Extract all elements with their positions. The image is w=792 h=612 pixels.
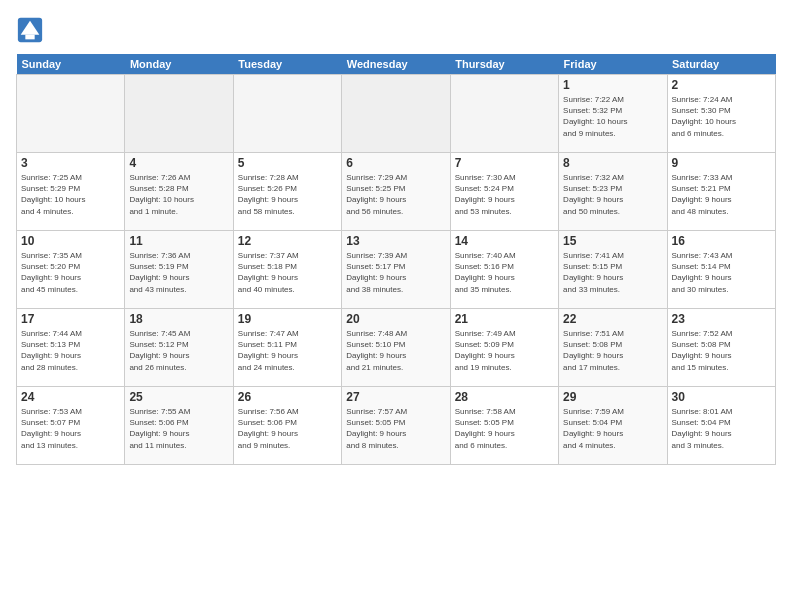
day-info: Sunrise: 7:41 AM Sunset: 5:15 PM Dayligh… (563, 250, 662, 295)
calendar-cell: 29Sunrise: 7:59 AM Sunset: 5:04 PM Dayli… (559, 387, 667, 465)
day-info: Sunrise: 7:59 AM Sunset: 5:04 PM Dayligh… (563, 406, 662, 451)
calendar-cell: 25Sunrise: 7:55 AM Sunset: 5:06 PM Dayli… (125, 387, 233, 465)
day-number: 28 (455, 390, 554, 404)
day-info: Sunrise: 7:58 AM Sunset: 5:05 PM Dayligh… (455, 406, 554, 451)
day-info: Sunrise: 7:25 AM Sunset: 5:29 PM Dayligh… (21, 172, 120, 217)
calendar-cell: 20Sunrise: 7:48 AM Sunset: 5:10 PM Dayli… (342, 309, 450, 387)
day-number: 16 (672, 234, 771, 248)
day-number: 1 (563, 78, 662, 92)
calendar-cell: 17Sunrise: 7:44 AM Sunset: 5:13 PM Dayli… (17, 309, 125, 387)
calendar-cell: 7Sunrise: 7:30 AM Sunset: 5:24 PM Daylig… (450, 153, 558, 231)
calendar-cell: 5Sunrise: 7:28 AM Sunset: 5:26 PM Daylig… (233, 153, 341, 231)
day-number: 10 (21, 234, 120, 248)
calendar-cell (125, 75, 233, 153)
weekday-thursday: Thursday (450, 54, 558, 75)
calendar-cell: 19Sunrise: 7:47 AM Sunset: 5:11 PM Dayli… (233, 309, 341, 387)
calendar-cell: 30Sunrise: 8:01 AM Sunset: 5:04 PM Dayli… (667, 387, 775, 465)
day-number: 12 (238, 234, 337, 248)
day-number: 29 (563, 390, 662, 404)
calendar-cell: 24Sunrise: 7:53 AM Sunset: 5:07 PM Dayli… (17, 387, 125, 465)
calendar-cell: 11Sunrise: 7:36 AM Sunset: 5:19 PM Dayli… (125, 231, 233, 309)
weekday-tuesday: Tuesday (233, 54, 341, 75)
day-info: Sunrise: 7:32 AM Sunset: 5:23 PM Dayligh… (563, 172, 662, 217)
calendar-cell (233, 75, 341, 153)
calendar-cell: 12Sunrise: 7:37 AM Sunset: 5:18 PM Dayli… (233, 231, 341, 309)
day-info: Sunrise: 7:57 AM Sunset: 5:05 PM Dayligh… (346, 406, 445, 451)
day-info: Sunrise: 8:01 AM Sunset: 5:04 PM Dayligh… (672, 406, 771, 451)
logo-icon (16, 16, 44, 44)
day-number: 25 (129, 390, 228, 404)
day-number: 15 (563, 234, 662, 248)
calendar-cell: 27Sunrise: 7:57 AM Sunset: 5:05 PM Dayli… (342, 387, 450, 465)
calendar-cell: 15Sunrise: 7:41 AM Sunset: 5:15 PM Dayli… (559, 231, 667, 309)
day-number: 17 (21, 312, 120, 326)
week-row-3: 17Sunrise: 7:44 AM Sunset: 5:13 PM Dayli… (17, 309, 776, 387)
day-number: 3 (21, 156, 120, 170)
calendar-body: 1Sunrise: 7:22 AM Sunset: 5:32 PM Daylig… (17, 75, 776, 465)
weekday-monday: Monday (125, 54, 233, 75)
day-number: 24 (21, 390, 120, 404)
day-info: Sunrise: 7:44 AM Sunset: 5:13 PM Dayligh… (21, 328, 120, 373)
day-number: 2 (672, 78, 771, 92)
day-number: 18 (129, 312, 228, 326)
calendar-cell: 9Sunrise: 7:33 AM Sunset: 5:21 PM Daylig… (667, 153, 775, 231)
weekday-saturday: Saturday (667, 54, 775, 75)
day-info: Sunrise: 7:40 AM Sunset: 5:16 PM Dayligh… (455, 250, 554, 295)
day-number: 22 (563, 312, 662, 326)
calendar-table: SundayMondayTuesdayWednesdayThursdayFrid… (16, 54, 776, 465)
calendar-cell: 3Sunrise: 7:25 AM Sunset: 5:29 PM Daylig… (17, 153, 125, 231)
day-info: Sunrise: 7:35 AM Sunset: 5:20 PM Dayligh… (21, 250, 120, 295)
day-number: 21 (455, 312, 554, 326)
calendar-cell: 10Sunrise: 7:35 AM Sunset: 5:20 PM Dayli… (17, 231, 125, 309)
calendar-cell: 14Sunrise: 7:40 AM Sunset: 5:16 PM Dayli… (450, 231, 558, 309)
week-row-0: 1Sunrise: 7:22 AM Sunset: 5:32 PM Daylig… (17, 75, 776, 153)
calendar-cell: 8Sunrise: 7:32 AM Sunset: 5:23 PM Daylig… (559, 153, 667, 231)
calendar-cell: 16Sunrise: 7:43 AM Sunset: 5:14 PM Dayli… (667, 231, 775, 309)
calendar-cell (342, 75, 450, 153)
header (16, 16, 776, 44)
calendar-cell: 18Sunrise: 7:45 AM Sunset: 5:12 PM Dayli… (125, 309, 233, 387)
calendar-cell: 28Sunrise: 7:58 AM Sunset: 5:05 PM Dayli… (450, 387, 558, 465)
day-number: 5 (238, 156, 337, 170)
day-number: 20 (346, 312, 445, 326)
day-info: Sunrise: 7:37 AM Sunset: 5:18 PM Dayligh… (238, 250, 337, 295)
day-info: Sunrise: 7:30 AM Sunset: 5:24 PM Dayligh… (455, 172, 554, 217)
day-number: 7 (455, 156, 554, 170)
calendar-cell: 13Sunrise: 7:39 AM Sunset: 5:17 PM Dayli… (342, 231, 450, 309)
day-info: Sunrise: 7:24 AM Sunset: 5:30 PM Dayligh… (672, 94, 771, 139)
calendar-cell: 22Sunrise: 7:51 AM Sunset: 5:08 PM Dayli… (559, 309, 667, 387)
day-number: 6 (346, 156, 445, 170)
day-number: 14 (455, 234, 554, 248)
day-info: Sunrise: 7:39 AM Sunset: 5:17 PM Dayligh… (346, 250, 445, 295)
day-number: 26 (238, 390, 337, 404)
day-number: 27 (346, 390, 445, 404)
logo (16, 16, 46, 44)
day-number: 8 (563, 156, 662, 170)
page: SundayMondayTuesdayWednesdayThursdayFrid… (0, 0, 792, 612)
calendar-cell: 1Sunrise: 7:22 AM Sunset: 5:32 PM Daylig… (559, 75, 667, 153)
day-number: 30 (672, 390, 771, 404)
calendar-cell: 4Sunrise: 7:26 AM Sunset: 5:28 PM Daylig… (125, 153, 233, 231)
svg-rect-2 (25, 35, 34, 40)
day-info: Sunrise: 7:55 AM Sunset: 5:06 PM Dayligh… (129, 406, 228, 451)
day-info: Sunrise: 7:29 AM Sunset: 5:25 PM Dayligh… (346, 172, 445, 217)
day-info: Sunrise: 7:22 AM Sunset: 5:32 PM Dayligh… (563, 94, 662, 139)
calendar-cell: 26Sunrise: 7:56 AM Sunset: 5:06 PM Dayli… (233, 387, 341, 465)
calendar-cell (450, 75, 558, 153)
weekday-sunday: Sunday (17, 54, 125, 75)
day-number: 19 (238, 312, 337, 326)
day-info: Sunrise: 7:52 AM Sunset: 5:08 PM Dayligh… (672, 328, 771, 373)
day-number: 13 (346, 234, 445, 248)
day-info: Sunrise: 7:53 AM Sunset: 5:07 PM Dayligh… (21, 406, 120, 451)
weekday-friday: Friday (559, 54, 667, 75)
day-info: Sunrise: 7:47 AM Sunset: 5:11 PM Dayligh… (238, 328, 337, 373)
day-number: 4 (129, 156, 228, 170)
day-info: Sunrise: 7:28 AM Sunset: 5:26 PM Dayligh… (238, 172, 337, 217)
day-info: Sunrise: 7:49 AM Sunset: 5:09 PM Dayligh… (455, 328, 554, 373)
day-info: Sunrise: 7:33 AM Sunset: 5:21 PM Dayligh… (672, 172, 771, 217)
day-info: Sunrise: 7:26 AM Sunset: 5:28 PM Dayligh… (129, 172, 228, 217)
weekday-wednesday: Wednesday (342, 54, 450, 75)
day-info: Sunrise: 7:51 AM Sunset: 5:08 PM Dayligh… (563, 328, 662, 373)
day-info: Sunrise: 7:48 AM Sunset: 5:10 PM Dayligh… (346, 328, 445, 373)
day-info: Sunrise: 7:45 AM Sunset: 5:12 PM Dayligh… (129, 328, 228, 373)
